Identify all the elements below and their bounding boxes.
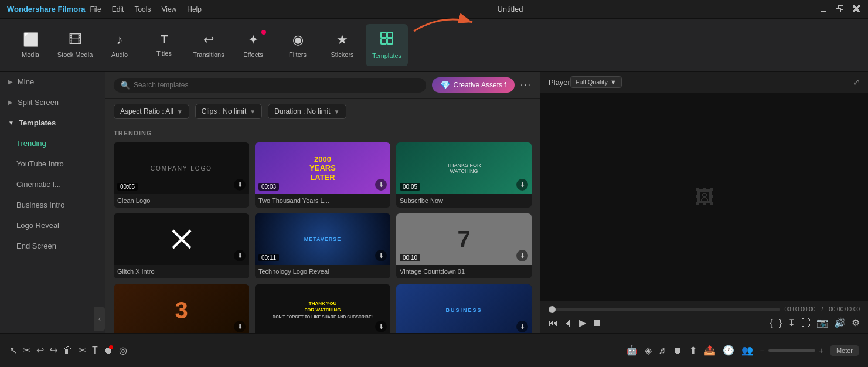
tool-audio-sep[interactable]: ♬	[659, 345, 666, 356]
tool-export[interactable]: 📤	[704, 345, 716, 356]
window-restore-icon[interactable]: 🗗	[835, 4, 845, 15]
toolbar-media[interactable]: ⬜ Media	[9, 24, 52, 66]
player-stop-button[interactable]: ⏹	[592, 318, 601, 328]
template-card-glitch-x[interactable]: ⬇ Glitch X Intro	[114, 213, 249, 278]
template-thumb-subscribe: THANKS FORWATCHING 00:05 ⬇	[396, 142, 532, 194]
menu-edit[interactable]: Edit	[112, 5, 124, 13]
toolbar-effects[interactable]: ✦ Effects	[232, 24, 274, 66]
timeline-right: 🤖 ◈ ♬ ⏺ ⬆ 📤 🕐 👥 − + Meter	[626, 345, 859, 356]
template-card-vintage[interactable]: 7 00:10 ⬇ Vintage Countdown 01	[396, 213, 532, 278]
quality-dropdown[interactable]: Full Quality ▼	[570, 76, 622, 88]
template-card-business[interactable]: BUSINESS ⬇ Business Card	[396, 284, 532, 333]
media-icon: ⬜	[23, 32, 39, 47]
tool-history[interactable]: 🕐	[723, 345, 734, 356]
template-name-vintage: Vintage Countdown 01	[396, 265, 532, 278]
sidebar-item-trending[interactable]: Trending	[0, 133, 105, 154]
player-snapshot-button[interactable]: 📷	[816, 317, 828, 328]
tool-record2[interactable]: ⏺	[673, 345, 682, 356]
template-thumb-clean-logo: COMPANY LOGO 00:05 ⬇	[114, 142, 249, 194]
template-card-clean-logo[interactable]: COMPANY LOGO 00:05 ⬇ Clean Logo	[114, 142, 249, 208]
sidebar-item-business-intro[interactable]: Business Intro	[0, 195, 105, 215]
player-title: Player	[549, 78, 570, 87]
player-play-button[interactable]: ▶	[579, 317, 586, 328]
download-two-thousand[interactable]: ⬇	[375, 179, 387, 191]
sidebar-item-templates[interactable]: ▼ Templates	[0, 113, 105, 133]
tool-record[interactable]: ⏺	[104, 345, 113, 356]
download-thankyou[interactable]: ⬇	[375, 321, 387, 332]
tool-text[interactable]: T	[92, 345, 98, 356]
toolbar-stickers[interactable]: ★ Stickers	[321, 24, 363, 66]
toolbar-titles[interactable]: T Titles	[143, 24, 185, 66]
download-glitch-x[interactable]: ⬇	[234, 250, 246, 261]
sidebar-item-cinematic[interactable]: Cinematic I...	[0, 174, 105, 195]
download-vintage[interactable]: ⬇	[516, 250, 528, 261]
toolbar-filters[interactable]: ◉ Filters	[277, 24, 319, 66]
duration-filter[interactable]: Duration : No limit ▼	[268, 104, 346, 119]
tool-select[interactable]: ↖	[9, 345, 17, 356]
player-buttons: ⏮ ⏴ ▶ ⏹ { } ↧ ⛶ 📷 🔊 ⚙	[549, 317, 860, 328]
download-clean-logo[interactable]: ⬇	[234, 179, 246, 191]
player-fullscreen-button[interactable]: ⛶	[801, 317, 811, 328]
search-icon: 🔍	[121, 81, 130, 90]
sidebar-item-mine[interactable]: ▶ Mine	[0, 72, 105, 92]
tool-cut[interactable]: ✂	[23, 345, 30, 356]
menu-help[interactable]: Help	[187, 5, 202, 13]
player-volume-button[interactable]: 🔊	[834, 317, 846, 328]
timeline-bar: ↖ ✂ ↩ ↪ 🗑 ✂ T ⏺ ◎ 🤖 ◈ ♬ ⏺ ⬆ 📤 🕐 👥 − + Me…	[0, 333, 868, 367]
sidebar-item-logo-reveal[interactable]: Logo Reveal	[0, 215, 105, 236]
window-close-icon[interactable]: 🗙	[852, 4, 861, 15]
window-minimize-icon[interactable]: 🗕	[819, 4, 828, 15]
template-card-thankyou[interactable]: THANK YOUFOR WATCHINGDON'T FORGET TO LIK…	[255, 284, 390, 333]
template-card-two-thousand[interactable]: 2000YEARSLATER 00:03 ⬇ Two Thousand Year…	[255, 142, 390, 208]
more-options-button[interactable]: ···	[520, 80, 532, 90]
player-settings-button[interactable]: ⚙	[852, 317, 860, 328]
player-expand-icon[interactable]: ⤢	[853, 77, 860, 87]
zoom-out-button[interactable]: −	[760, 346, 765, 355]
clips-filter[interactable]: Clips : No limit ▼	[195, 104, 263, 119]
player-insert-button[interactable]: ↧	[788, 317, 795, 328]
download-metaverse[interactable]: ⬇	[375, 250, 387, 261]
menu-file[interactable]: File	[90, 5, 101, 13]
record-dot	[109, 345, 113, 349]
search-input[interactable]	[134, 81, 419, 89]
player-skip-back-button[interactable]: ⏮	[549, 318, 558, 328]
tool-split[interactable]: ✂	[79, 345, 86, 356]
sidebar-item-split-screen[interactable]: ▶ Split Screen	[0, 92, 105, 113]
toolbar-audio[interactable]: ♪ Audio	[98, 24, 141, 66]
sidebar-item-youtube-intro[interactable]: YouTube Intro	[0, 154, 105, 174]
menu-view[interactable]: View	[161, 5, 176, 13]
player-mark-in-button[interactable]: {	[770, 317, 772, 328]
tool-import[interactable]: ⬆	[689, 345, 697, 356]
tool-scene-detect[interactable]: ◈	[645, 345, 652, 356]
toolbar-stock-media[interactable]: 🎞 Stock Media	[54, 24, 96, 66]
sidebar-collapse-button[interactable]: ‹	[94, 307, 105, 331]
tool-collab[interactable]: 👥	[741, 345, 753, 356]
download-business[interactable]: ⬇	[516, 321, 528, 332]
zoom-in-button[interactable]: +	[819, 346, 823, 355]
menu-tools[interactable]: Tools	[134, 5, 151, 13]
tool-undo[interactable]: ↩	[36, 345, 44, 356]
toolbar-transitions[interactable]: ↩ Transitions	[188, 24, 230, 66]
creative-assets-button[interactable]: 💎 Creative Assets f	[432, 77, 515, 93]
tool-ai-face[interactable]: 🤖	[626, 345, 638, 356]
player-frame-back-button[interactable]: ⏴	[564, 318, 573, 328]
gem-icon: 💎	[440, 80, 450, 90]
progress-bar[interactable]	[549, 308, 780, 311]
toolbar-templates[interactable]: Templates	[366, 24, 408, 66]
template-card-subscribe[interactable]: THANKS FORWATCHING 00:05 ⬇ Subscribe Now	[396, 142, 532, 208]
zoom-slider[interactable]	[768, 349, 815, 352]
tool-redo[interactable]: ↪	[50, 345, 57, 356]
thumb-text-clean-logo: COMPANY LOGO	[151, 165, 212, 172]
player-mark-out-button[interactable]: }	[779, 317, 782, 328]
sidebar-item-end-screen[interactable]: End Screen	[0, 236, 105, 256]
tool-delete[interactable]: 🗑	[63, 345, 73, 356]
tool-extra[interactable]: ◎	[119, 345, 127, 356]
template-card-countdown3[interactable]: 3 ⬇ Countdown 3	[114, 284, 249, 333]
titles-icon: T	[161, 33, 168, 46]
download-subscribe[interactable]: ⬇	[516, 179, 528, 191]
download-countdown3[interactable]: ⬇	[234, 321, 246, 332]
search-box[interactable]: 🔍	[114, 78, 426, 93]
template-card-metaverse[interactable]: METAVERSE 00:11 ⬇ Technology Logo Reveal	[255, 213, 390, 278]
duration-two-thousand: 00:03	[258, 183, 279, 191]
aspect-ratio-filter[interactable]: Aspect Ratio : All ▼	[114, 104, 189, 119]
